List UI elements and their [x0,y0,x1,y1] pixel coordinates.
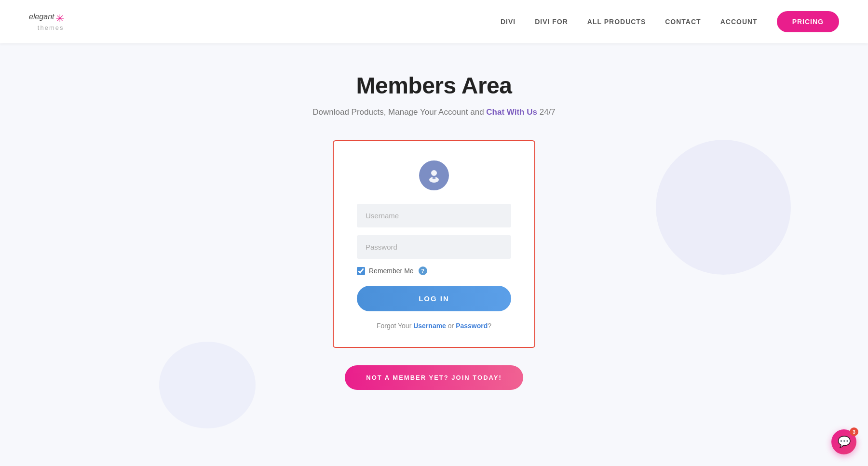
password-input[interactable] [357,235,511,259]
pricing-button[interactable]: PRICING [777,11,839,32]
page-title: Members Area [356,72,512,99]
forgot-mid: or [446,322,456,330]
svg-point-4 [434,178,434,179]
forgot-row: Forgot Your Username or Password? [357,322,511,330]
login-card: Remember Me ? LOG IN Forgot Your Usernam… [333,140,535,348]
subtitle-pre: Download Products, Manage Your Account a… [312,107,486,117]
chat-icon: 💬 [838,436,851,448]
chat-widget[interactable]: 3 💬 [831,429,856,454]
remember-checkbox[interactable] [357,267,365,275]
nav-link-divi-for[interactable]: DIVI FOR [535,18,568,26]
logo-elegant: elegant [29,13,54,21]
username-group [357,204,511,227]
forgot-username-link[interactable]: Username [413,322,446,330]
nav-link-account[interactable]: ACCOUNT [720,18,758,26]
chat-badge: 3 [850,427,858,436]
user-icon-wrap [357,160,511,190]
subtitle-post: 24/7 [537,107,556,117]
chat-link[interactable]: Chat With Us [486,107,537,117]
navbar: elegant ✳ themes DIVI DIVI FOR ALL PRODU… [0,0,868,43]
forgot-password-link[interactable]: Password [456,322,488,330]
nav-link-divi[interactable]: DIVI [501,18,515,26]
remember-help-icon[interactable]: ? [419,266,427,275]
nav-link-contact[interactable]: CONTACT [665,18,701,26]
join-button[interactable]: NOT A MEMBER YET? JOIN TODAY! [345,365,523,390]
remember-row: Remember Me ? [357,266,511,275]
deco-circle-bottom [159,342,256,428]
remember-label: Remember Me [369,267,414,275]
page-subtitle: Download Products, Manage Your Account a… [312,107,556,117]
logo[interactable]: elegant ✳ themes [29,13,64,31]
main-content: Members Area Download Products, Manage Y… [0,43,868,428]
logo-star-icon: ✳ [55,13,64,25]
deco-circle-right [656,140,791,275]
password-group [357,235,511,259]
forgot-post: ? [488,322,491,330]
nav-links: DIVI DIVI FOR ALL PRODUCTS CONTACT ACCOU… [501,11,839,32]
user-avatar-icon [419,160,449,190]
forgot-pre: Forgot Your [377,322,413,330]
username-input[interactable] [357,204,511,227]
nav-link-all-products[interactable]: ALL PRODUCTS [587,18,646,26]
login-button[interactable]: LOG IN [357,286,511,311]
svg-point-0 [431,170,437,176]
logo-themes: themes [29,24,64,31]
user-svg [425,167,443,184]
